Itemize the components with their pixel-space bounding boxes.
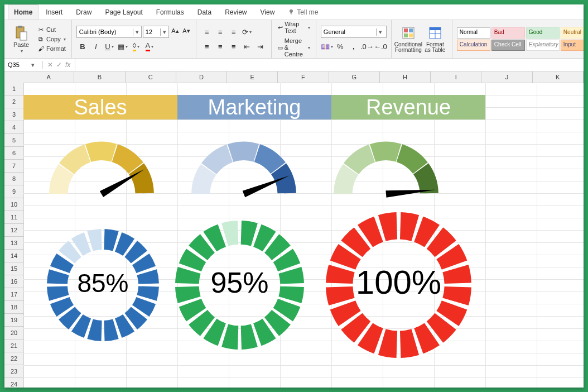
table-icon xyxy=(427,25,443,41)
tab-home[interactable]: Home xyxy=(8,4,38,20)
style-explanatory-t-[interactable]: Explanatory T... xyxy=(526,40,560,51)
col-header-D[interactable]: D xyxy=(176,71,227,83)
style-normal[interactable]: Normal xyxy=(457,27,490,39)
row-header-15[interactable]: 15 xyxy=(4,262,23,275)
row-header-8[interactable]: 8 xyxy=(4,173,23,185)
group-alignment: ≡ ≡ ≡ ⟳▾ ≡ ≡ ≡ ⇤ ⇥ xyxy=(196,20,272,58)
row-header-20[interactable]: 20 xyxy=(4,327,23,340)
align-bottom-button[interactable]: ≡ xyxy=(228,26,240,38)
accounting-format-button[interactable]: 💷▾ xyxy=(321,40,333,52)
align-top-button[interactable]: ≡ xyxy=(201,26,213,38)
row-header-3[interactable]: 3 xyxy=(4,108,23,121)
align-center-button[interactable]: ≡ xyxy=(214,40,226,52)
tab-view[interactable]: View xyxy=(254,4,281,20)
style-good[interactable]: Good xyxy=(526,27,560,39)
paste-button[interactable]: Paste▾ xyxy=(9,22,33,56)
col-header-G[interactable]: G xyxy=(329,71,380,83)
wrap-icon: ↩ xyxy=(277,23,283,31)
increase-indent-button[interactable]: ⇥ xyxy=(254,40,267,52)
decrease-font-button[interactable]: A▾ xyxy=(181,26,191,36)
bold-button[interactable]: B xyxy=(76,40,89,52)
style-neutral[interactable]: Neutral xyxy=(561,27,584,39)
col-header-H[interactable]: H xyxy=(380,71,431,83)
col-header-J[interactable]: J xyxy=(481,71,532,83)
percent-format-button[interactable]: % xyxy=(334,40,346,52)
style-check-cell[interactable]: Check Cell xyxy=(491,40,525,51)
cancel-icon[interactable]: ✕ xyxy=(47,61,53,69)
group-font: ▾ ▾ A▴ A▾ B I U▾ ▦▾ ◊▾ A▾ xyxy=(72,20,196,58)
conditional-formatting-button[interactable]: Conditional Formatting xyxy=(396,22,421,56)
row-header-23[interactable]: 23 xyxy=(4,365,23,378)
row-header-6[interactable]: 6 xyxy=(4,147,23,160)
row-header-5[interactable]: 5 xyxy=(4,134,23,147)
tab-formulas[interactable]: Formulas xyxy=(150,4,190,20)
group-cell-styles: NormalBadGoodNeutralCalculationCheck Cel… xyxy=(452,20,584,58)
col-header-I[interactable]: I xyxy=(431,71,481,83)
tell-me-search[interactable]: Tell me xyxy=(282,4,324,20)
decrease-decimal-button[interactable]: ←.0 xyxy=(374,40,387,52)
tab-page-layout[interactable]: Page Layout xyxy=(99,4,148,20)
tab-draw[interactable]: Draw xyxy=(70,4,98,20)
wrap-text-button[interactable]: ↩Wrap Text▾ xyxy=(276,20,311,35)
fill-color-button[interactable]: ◊▾ xyxy=(130,40,142,52)
tab-review[interactable]: Review xyxy=(219,4,253,20)
row-header-14[interactable]: 14 xyxy=(4,250,23,262)
borders-button[interactable]: ▦▾ xyxy=(117,40,129,52)
number-format-combo[interactable]: ▾ xyxy=(321,26,387,38)
align-middle-button[interactable]: ≡ xyxy=(214,26,226,38)
worksheet-grid[interactable]: ABCDEFGHIJK 1234567891011121314151617181… xyxy=(4,71,584,388)
format-painter-button[interactable]: 🖌Format xyxy=(36,44,67,53)
row-header-7[interactable]: 7 xyxy=(4,160,23,173)
row-header-22[interactable]: 22 xyxy=(4,352,23,365)
row-header-24[interactable]: 24 xyxy=(4,378,23,388)
svg-marker-16 xyxy=(385,190,435,198)
orientation-button[interactable]: ⟳▾ xyxy=(241,26,253,38)
row-header-9[interactable]: 9 xyxy=(4,185,23,198)
row-header-16[interactable]: 16 xyxy=(4,275,23,288)
align-left-button[interactable]: ≡ xyxy=(201,40,213,52)
cut-button[interactable]: ✂Cut xyxy=(36,25,67,34)
font-size-combo[interactable]: ▾ xyxy=(143,26,169,38)
select-all-corner[interactable] xyxy=(4,71,24,83)
row-header-19[interactable]: 19 xyxy=(4,314,23,327)
row-header-10[interactable]: 10 xyxy=(4,198,23,211)
row-header-21[interactable]: 21 xyxy=(4,340,23,352)
row-header-2[interactable]: 2 xyxy=(4,95,23,108)
row-header-13[interactable]: 13 xyxy=(4,237,23,250)
style-calculation[interactable]: Calculation xyxy=(457,40,490,51)
enter-icon[interactable]: ✓ xyxy=(56,61,62,69)
col-header-K[interactable]: K xyxy=(533,71,584,83)
col-header-E[interactable]: E xyxy=(227,71,278,83)
formula-input[interactable] xyxy=(79,61,582,69)
italic-button[interactable]: I xyxy=(90,40,102,52)
col-header-F[interactable]: F xyxy=(278,71,329,83)
row-header-18[interactable]: 18 xyxy=(4,301,23,314)
col-header-A[interactable]: A xyxy=(23,71,74,83)
row-header-17[interactable]: 17 xyxy=(4,288,23,301)
underline-button[interactable]: U▾ xyxy=(103,40,115,52)
donut-label-1: 85% xyxy=(46,268,160,298)
row-header-1[interactable]: 1 xyxy=(4,83,23,95)
decrease-indent-button[interactable]: ⇤ xyxy=(241,40,253,52)
merge-center-button[interactable]: ▭Merge & Centre▾ xyxy=(276,37,311,58)
ribbon: Paste▾ ✂Cut ⧉Copy▾ 🖌Format ▾ ▾ A▴ A▾ B I… xyxy=(4,20,584,59)
tab-data[interactable]: Data xyxy=(191,4,218,20)
font-color-button[interactable]: A▾ xyxy=(143,40,156,52)
format-as-table-button[interactable]: Format as Table xyxy=(423,22,447,56)
row-header-4[interactable]: 4 xyxy=(4,121,23,134)
increase-decimal-button[interactable]: .0→ xyxy=(361,40,373,52)
fx-icon[interactable]: fx xyxy=(65,61,70,69)
increase-font-button[interactable]: A▴ xyxy=(170,26,180,36)
tab-insert[interactable]: Insert xyxy=(40,4,69,20)
row-header-11[interactable]: 11 xyxy=(4,211,23,224)
comma-format-button[interactable]: , xyxy=(348,40,360,52)
style-bad[interactable]: Bad xyxy=(491,27,525,39)
name-box[interactable]: ▾ xyxy=(4,61,43,69)
col-header-C[interactable]: C xyxy=(126,71,176,83)
copy-button[interactable]: ⧉Copy▾ xyxy=(36,35,67,44)
row-header-12[interactable]: 12 xyxy=(4,224,23,237)
font-name-combo[interactable]: ▾ xyxy=(76,26,142,38)
col-header-B[interactable]: B xyxy=(74,71,125,83)
style-input[interactable]: Input xyxy=(561,40,584,51)
align-right-button[interactable]: ≡ xyxy=(228,40,240,52)
